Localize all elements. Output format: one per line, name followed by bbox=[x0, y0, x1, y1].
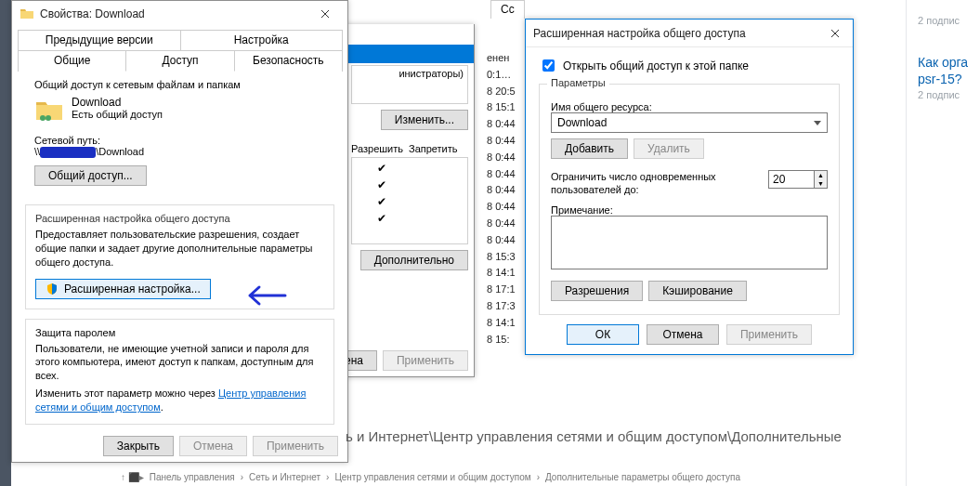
password-change-prefix: Изменить этот параметр можно через bbox=[35, 387, 218, 399]
limit-users-label-2: пользователей до: bbox=[551, 183, 716, 196]
tab-customize[interactable]: Настройка bbox=[180, 30, 344, 50]
checkmark-icon: ✔ bbox=[375, 162, 388, 175]
close-button-footer[interactable]: Закрыть bbox=[103, 436, 174, 456]
params-group-title: Параметры bbox=[547, 77, 609, 88]
folder-name: Download bbox=[72, 96, 163, 109]
checkmark-icon: ✔ bbox=[375, 212, 388, 225]
tab-previous-versions[interactable]: Предыдущие версии bbox=[18, 30, 181, 50]
shield-icon bbox=[46, 282, 59, 296]
spinner-up-icon[interactable]: ▲ bbox=[815, 171, 827, 179]
tabs-row-1: Предыдущие версии Настройка bbox=[18, 29, 342, 49]
advanced-sharing-button[interactable]: Расширенная настройка... bbox=[35, 279, 211, 299]
sub-count-2: 2 подпис bbox=[918, 89, 974, 100]
checkmark-icon: ✔ bbox=[375, 178, 388, 191]
close-icon bbox=[830, 29, 840, 38]
close-button[interactable] bbox=[307, 1, 344, 27]
address-bar-fragment: ь и Интернет\Центр управления сетями и о… bbox=[346, 428, 842, 444]
col-deny: Запретить bbox=[409, 143, 458, 154]
adv-cancel-button[interactable]: Отмена bbox=[647, 324, 719, 345]
shared-folder-icon bbox=[34, 96, 64, 125]
shared-status: Есть общий доступ bbox=[72, 109, 163, 120]
checkmark-icon: ✔ bbox=[375, 195, 388, 208]
sub-count-1: 2 подпис bbox=[918, 15, 974, 26]
bg-tab-fragment: Сс bbox=[490, 0, 525, 19]
password-protection-group: Защита паролем Пользователи, не имеющие … bbox=[25, 319, 334, 425]
share-name-select[interactable]: Download bbox=[551, 112, 828, 133]
question-link-1[interactable]: Как орга bbox=[918, 54, 974, 71]
network-sharing-group: Общий доступ к сетевым файлам и папкам D… bbox=[25, 79, 334, 195]
change-button[interactable]: Изменить... bbox=[381, 110, 468, 130]
additional-button[interactable]: Дополнительно bbox=[360, 250, 468, 270]
svg-point-1 bbox=[46, 115, 51, 121]
share-button[interactable]: Общий доступ... bbox=[34, 165, 147, 186]
limit-users-spinner[interactable]: ▲ ▼ bbox=[815, 170, 828, 189]
apply-button[interactable]: Применить bbox=[253, 436, 338, 456]
share-name-label: Имя общего ресурса: bbox=[551, 101, 828, 112]
advanced-sharing-desc: Предоставляет пользовательские разрешени… bbox=[35, 228, 324, 269]
adv-apply-button[interactable]: Применить bbox=[726, 324, 812, 345]
perm-apply-button[interactable]: Применить bbox=[383, 350, 468, 371]
breadcrumb-root-icon: ↑ ⬛▸ bbox=[121, 472, 144, 482]
note-label: Примечание: bbox=[551, 204, 828, 216]
caching-button[interactable]: Кэширование bbox=[648, 281, 747, 301]
properties-footer: Закрыть Отмена Применить bbox=[103, 436, 338, 456]
col-allow: Разрешить bbox=[351, 143, 403, 154]
open-share-checkbox[interactable]: Открыть общий доступ к этой папке bbox=[539, 57, 840, 74]
breadcrumb: ↑ ⬛▸ Панель управления› Сеть и Интернет›… bbox=[121, 472, 980, 482]
permissions-button[interactable]: Разрешения bbox=[551, 281, 643, 301]
close-icon bbox=[320, 9, 330, 19]
advanced-sharing-title: Расширенная настройка общего доступа bbox=[35, 213, 324, 224]
open-share-checkbox-input[interactable] bbox=[542, 59, 555, 72]
chevron-down-icon bbox=[814, 121, 821, 125]
password-group-title: Защита паролем bbox=[35, 327, 324, 338]
advanced-sharing-group: Расширенная настройка общего доступа Пре… bbox=[25, 204, 334, 309]
breadcrumb-item[interactable]: Сеть и Интернет bbox=[249, 472, 320, 482]
group-list-item: инистраторы) bbox=[399, 68, 464, 79]
window-title: Свойства: Download bbox=[40, 7, 307, 20]
breadcrumb-item[interactable]: Панель управления bbox=[150, 472, 235, 482]
permissions-window-fragment: инистраторы) Изменить... Разрешить Запре… bbox=[345, 24, 475, 377]
breadcrumb-item[interactable]: Дополнительные параметры общего доступа bbox=[545, 472, 740, 482]
limit-users-label-1: Ограничить число одновременных bbox=[551, 170, 716, 183]
network-path-label: Сетевой путь: bbox=[34, 135, 325, 146]
add-share-button[interactable]: Добавить bbox=[551, 138, 628, 159]
cancel-button[interactable]: Отмена bbox=[179, 436, 247, 456]
redacted-hostname bbox=[40, 147, 96, 158]
titlebar: Свойства: Download bbox=[12, 1, 347, 27]
right-sidebar: 2 подпис Как орга psr-15? 2 подпис bbox=[906, 0, 980, 486]
properties-window: Свойства: Download Предыдущие версии Нас… bbox=[11, 0, 348, 463]
note-textarea[interactable] bbox=[551, 216, 828, 269]
adv-ok-button[interactable]: ОК bbox=[567, 324, 639, 345]
network-sharing-group-title: Общий доступ к сетевым файлам и папкам bbox=[34, 79, 325, 90]
adv-close-button[interactable] bbox=[821, 20, 849, 46]
svg-point-0 bbox=[40, 115, 46, 121]
delete-share-button[interactable]: Удалить bbox=[634, 138, 704, 159]
tab-security[interactable]: Безопасность bbox=[234, 50, 343, 72]
question-link-2[interactable]: psr-15? bbox=[918, 71, 974, 87]
breadcrumb-item[interactable]: Центр управления сетями и общим доступом bbox=[334, 472, 530, 482]
password-desc: Пользователи, не имеющие учетной записи … bbox=[35, 342, 324, 384]
tab-general[interactable]: Общие bbox=[18, 50, 126, 72]
limit-users-input[interactable]: 20 bbox=[768, 170, 815, 189]
folder-icon bbox=[20, 7, 34, 21]
spinner-down-icon[interactable]: ▼ bbox=[815, 179, 827, 188]
tabs-row-2: Общие Доступ Безопасность bbox=[18, 49, 342, 71]
bg-times-column: енен 0:1… 8 20:5 8 15:1 8 0:44 8 0:44 8 … bbox=[487, 50, 516, 348]
tab-sharing[interactable]: Доступ bbox=[125, 50, 234, 72]
advanced-sharing-dialog: Расширенная настройка общего доступа Отк… bbox=[525, 19, 854, 355]
adv-title: Расширенная настройка общего доступа bbox=[533, 27, 821, 40]
network-path-value: \\\Download bbox=[34, 146, 325, 158]
